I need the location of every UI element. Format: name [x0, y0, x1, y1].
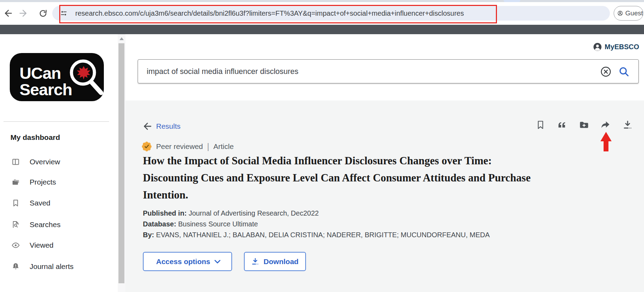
search-document-icon	[12, 220, 20, 229]
annotation-arrow-up	[600, 132, 612, 151]
browser-back-button[interactable]	[3, 8, 13, 18]
bookmark-icon	[12, 199, 20, 207]
authors-value: EVANS, NATHANIEL J.; BALABAN, DELIA CRIS…	[156, 231, 490, 239]
download-label: Download	[263, 257, 298, 266]
folder-plus-icon	[579, 120, 589, 130]
sidebar-item-searches[interactable]: Searches	[0, 219, 112, 230]
bell-alert-icon	[12, 262, 20, 271]
sidebar-item-journal-alerts[interactable]: Journal alerts	[0, 261, 112, 272]
url-text[interactable]: research.ebsco.com/c/uja3m6/search/detai…	[75, 6, 464, 21]
download-icon	[251, 257, 259, 265]
access-options-label: Access options	[156, 257, 210, 266]
clear-search-icon[interactable]	[600, 66, 611, 77]
myebsco-label: MyEBSCO	[605, 43, 639, 51]
browser-toolbar: research.ebsco.com/c/uja3m6/search/detai…	[0, 2, 644, 25]
peer-reviewed-badge-icon	[142, 142, 152, 151]
access-options-button[interactable]: Access options	[143, 252, 232, 271]
back-arrow-icon	[3, 9, 13, 18]
main-content: MyEBSCO Results	[125, 34, 644, 292]
dashboard-heading: My dashboard	[10, 133, 60, 142]
svg-text:UCan: UCan	[20, 64, 61, 82]
sidebar-item-label: Projects	[30, 178, 56, 186]
published-in-value: Journal of Advertising Research, Dec2022	[189, 209, 319, 217]
sidebar-item-overview[interactable]: Overview	[0, 157, 112, 167]
chevron-down-icon	[213, 257, 222, 266]
published-in-line: Published in: Journal of Advertising Res…	[143, 208, 490, 219]
record-metadata: Published in: Journal of Advertising Res…	[143, 208, 490, 240]
browser-window: research.ebsco.com/c/uja3m6/search/detai…	[0, 0, 644, 292]
reload-icon	[39, 9, 47, 18]
sidebar: UCan Search My dashboard Ov	[0, 34, 118, 292]
eye-icon	[12, 241, 20, 249]
search-bar	[138, 59, 639, 83]
cite-button[interactable]	[557, 120, 567, 130]
forward-arrow-icon	[19, 9, 28, 18]
address-bar[interactable]: research.ebsco.com/c/uja3m6/search/detai…	[52, 6, 610, 21]
share-button[interactable]	[600, 120, 610, 130]
record-type-row: Peer reviewed | Article	[142, 142, 234, 151]
sidebar-item-label: Overview	[30, 158, 60, 166]
authors-line: By: EVANS, NATHANIEL J.; BALABAN, DELIA …	[143, 230, 490, 240]
search-submit-icon[interactable]	[619, 66, 629, 77]
guest-label: Guest	[625, 9, 643, 17]
article-type-label: Article	[213, 142, 233, 151]
sidebar-item-label: Viewed	[30, 241, 54, 249]
columns-icon	[12, 158, 20, 166]
scrollbar-thumb[interactable]	[118, 43, 124, 283]
download-icon	[623, 120, 632, 130]
search-input[interactable]	[138, 60, 638, 83]
back-to-results-link[interactable]: Results	[143, 121, 181, 131]
database-line: Database: Business Source Ultimate	[143, 219, 490, 230]
ucansearch-logo[interactable]: UCan Search	[10, 53, 104, 101]
site-settings-icon[interactable]	[60, 9, 68, 17]
record-title: How the Impact of Social Media Influence…	[143, 152, 540, 203]
scroll-up-arrow-icon[interactable]	[120, 37, 124, 40]
results-label: Results	[156, 122, 181, 130]
quote-icon	[557, 120, 567, 130]
database-label: Database:	[143, 220, 176, 228]
ebsco-app: UCan Search My dashboard Ov	[0, 34, 644, 292]
save-bookmark-button[interactable]	[536, 120, 545, 130]
by-label: By:	[143, 231, 154, 239]
sidebar-item-saved[interactable]: Saved	[0, 198, 112, 208]
svg-text:Search: Search	[20, 80, 72, 99]
person-icon	[593, 43, 602, 51]
back-arrow-icon	[143, 122, 152, 131]
database-value: Business Source Ultimate	[178, 220, 258, 228]
add-to-project-button[interactable]	[579, 120, 589, 130]
peer-reviewed-label: Peer reviewed	[156, 142, 203, 151]
bookmark-icon	[536, 120, 545, 130]
guest-profile-button[interactable]: Guest	[614, 6, 643, 21]
share-arrow-icon	[600, 120, 610, 130]
page-top-bar	[0, 25, 644, 34]
browser-reload-button[interactable]	[38, 8, 48, 18]
separator: |	[207, 142, 209, 151]
sidebar-item-label: Searches	[30, 220, 61, 229]
sidebar-item-viewed[interactable]: Viewed	[0, 240, 112, 250]
sidebar-item-projects[interactable]: Projects	[0, 177, 112, 187]
sidebar-item-label: Saved	[30, 199, 51, 207]
sidebar-divider	[3, 121, 109, 122]
published-in-label: Published in:	[143, 209, 187, 217]
download-button[interactable]: Download	[244, 252, 306, 271]
download-record-button[interactable]	[623, 120, 632, 130]
folders-icon	[12, 178, 20, 186]
browser-forward-button[interactable]	[18, 8, 29, 18]
account-circle-icon	[618, 9, 623, 18]
sidebar-scrollbar[interactable]	[118, 34, 125, 292]
sidebar-item-label: Journal alerts	[30, 262, 74, 271]
myebsco-account-button[interactable]: MyEBSCO	[593, 42, 639, 52]
